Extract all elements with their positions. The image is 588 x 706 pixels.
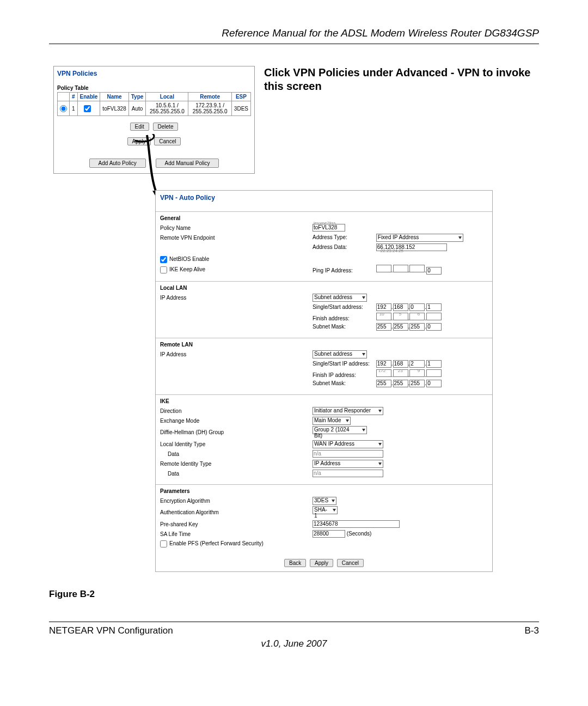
remote-mask-1[interactable]: 255 <box>376 380 391 387</box>
direction-select[interactable]: Initiator and Responder <box>313 407 383 415</box>
remote-lan-heading: Remote LAN <box>160 342 488 348</box>
rg1: 172 <box>378 368 385 373</box>
local-ip-type-select[interactable]: Subnet address <box>313 294 367 302</box>
policy-table-label: Policy Table <box>57 85 251 91</box>
local-data-input[interactable]: n/a <box>313 450 383 458</box>
svg-point-1 <box>135 134 154 142</box>
pfs-checkbox[interactable] <box>160 540 167 547</box>
footer-rule <box>49 622 539 622</box>
ping-ip-label: Ping IP Address: <box>313 267 375 273</box>
back-button[interactable]: Back <box>284 559 306 567</box>
local-mask-2[interactable]: 255 <box>393 323 408 331</box>
vpn-auto-policy-panel: VPN - Auto Policy General Policy Name je… <box>155 190 493 572</box>
local-single-2[interactable]: 168 <box>393 303 408 311</box>
remote-finish-label: Finish IP address: <box>313 372 375 378</box>
header-rule <box>49 44 539 44</box>
local-id-label: Local Identity Type <box>160 441 313 447</box>
ping-oct3[interactable] <box>409 265 425 272</box>
local-single-label: Single/Start address: <box>313 304 375 310</box>
cancel-button-2[interactable]: Cancel <box>337 559 364 567</box>
col-enable: Enable <box>77 93 100 101</box>
apply-button-2[interactable]: Apply <box>310 559 333 567</box>
remote-single-1[interactable]: 192 <box>376 360 391 368</box>
policy-name-label: Policy Name <box>160 225 313 231</box>
cell-remote: 172.23.9.1 / 255.255.255.0 <box>188 101 231 116</box>
footer-right: B-3 <box>525 625 539 636</box>
rg3: 9 <box>418 368 420 373</box>
col-remote: Remote <box>188 93 231 101</box>
address-data-ghost: 22.23.24.25 <box>381 248 403 253</box>
remote-ip-label: IP Address <box>160 351 313 357</box>
local-single-1[interactable]: 192 <box>376 303 391 311</box>
ike-keepalive-checkbox[interactable] <box>160 266 167 273</box>
cell-type: Auto <box>128 101 146 116</box>
local-mask-1[interactable]: 255 <box>376 323 391 331</box>
g3: 6 <box>418 312 420 317</box>
psk-input[interactable]: 12345678 <box>313 520 400 528</box>
sa-input[interactable]: 28800 <box>313 530 345 538</box>
sa-unit: (Seconds) <box>347 531 372 537</box>
sa-label: SA Life Time <box>160 531 313 537</box>
local-data-label: Data <box>160 451 313 457</box>
ping-oct4[interactable]: 0 <box>426 267 442 275</box>
local-ip-label: IP Address <box>160 295 313 301</box>
row-enable-checkbox[interactable] <box>84 105 91 112</box>
local-mask-label: Subnet Mask: <box>313 324 375 330</box>
enc-select[interactable]: 3DES <box>313 497 336 505</box>
ike-keepalive-label: IKE Keep Alive <box>169 266 205 272</box>
delete-button[interactable]: Delete <box>153 123 179 131</box>
col-esp: ESP <box>231 93 250 101</box>
remote-single-label: Single/Start IP address: <box>313 361 375 367</box>
local-single-4[interactable]: 1 <box>426 303 442 311</box>
psk-label: Pre-shared Key <box>160 521 313 527</box>
policy-table: # Enable Name Type Local Remote ESP 1 to… <box>57 92 251 116</box>
ping-oct2[interactable] <box>393 265 408 272</box>
direction-label: Direction <box>160 408 313 414</box>
edit-button[interactable]: Edit <box>130 123 149 131</box>
remote-data-input[interactable]: n/a <box>313 470 383 477</box>
page-header: Reference Manual for the ADSL Modem Wire… <box>49 27 539 44</box>
remote-finish-4[interactable] <box>426 369 442 377</box>
remote-single-3[interactable]: 2 <box>409 360 425 368</box>
remote-mask-label: Subnet Mask: <box>313 380 375 386</box>
dh-select[interactable]: Group 2 (1024 Bit) <box>313 426 367 434</box>
local-finish-4[interactable] <box>426 313 442 320</box>
vpn-policies-title: VPN Policies <box>57 70 251 77</box>
remote-mask-3[interactable]: 255 <box>409 380 425 387</box>
exchange-select[interactable]: Main Mode <box>313 417 351 425</box>
cell-num: 1 <box>70 101 78 116</box>
g1: 10 <box>379 312 384 317</box>
remote-ip-type-select[interactable]: Subnet address <box>313 350 367 358</box>
netbios-checkbox[interactable] <box>160 256 167 263</box>
auto-policy-title: VPN - Auto Policy <box>156 191 492 211</box>
local-single-3[interactable]: 0 <box>409 303 425 311</box>
remote-data-label: Data <box>160 471 313 477</box>
local-lan-heading: Local LAN <box>160 285 488 291</box>
col-name-hdr: Name <box>100 93 128 101</box>
local-id-select[interactable]: WAN IP Address <box>313 440 383 448</box>
ping-oct1[interactable] <box>376 265 391 272</box>
pointer-arrow-icon <box>135 134 173 199</box>
remote-mask-2[interactable]: 255 <box>393 380 408 387</box>
instruction-text: Click VPN Policies under Advanced - VPN … <box>264 66 539 93</box>
remote-mask-4[interactable]: 0 <box>426 380 442 387</box>
netbios-label: NetBIOS Enable <box>169 256 209 262</box>
params-heading: Parameters <box>160 488 488 494</box>
local-mask-3[interactable]: 255 <box>409 323 425 331</box>
row-radio[interactable] <box>60 105 67 112</box>
table-row: 1 toFVL328 Auto 10.5.6.1 / 255.255.255.0… <box>58 101 251 116</box>
remote-single-2[interactable]: 168 <box>393 360 408 368</box>
policy-name-ghost: jerome2liss <box>314 221 335 226</box>
footer-left: NETGEAR VPN Configuration <box>49 625 173 636</box>
remote-id-select[interactable]: IP Address <box>313 460 383 468</box>
local-mask-4[interactable]: 0 <box>426 323 442 331</box>
auth-select[interactable]: SHA-1 <box>313 506 338 514</box>
address-type-select[interactable]: Fixed IP Address <box>376 234 463 242</box>
remote-single-4[interactable]: 1 <box>426 360 442 368</box>
col-local: Local <box>146 93 188 101</box>
figure-label: Figure B-2 <box>49 589 539 600</box>
dh-label: Diffie-Hellman (DH) Group <box>160 429 313 435</box>
rg2: 23 <box>398 368 403 373</box>
auth-label: Authentication Algorithm <box>160 509 313 515</box>
ike-heading: IKE <box>160 398 488 404</box>
